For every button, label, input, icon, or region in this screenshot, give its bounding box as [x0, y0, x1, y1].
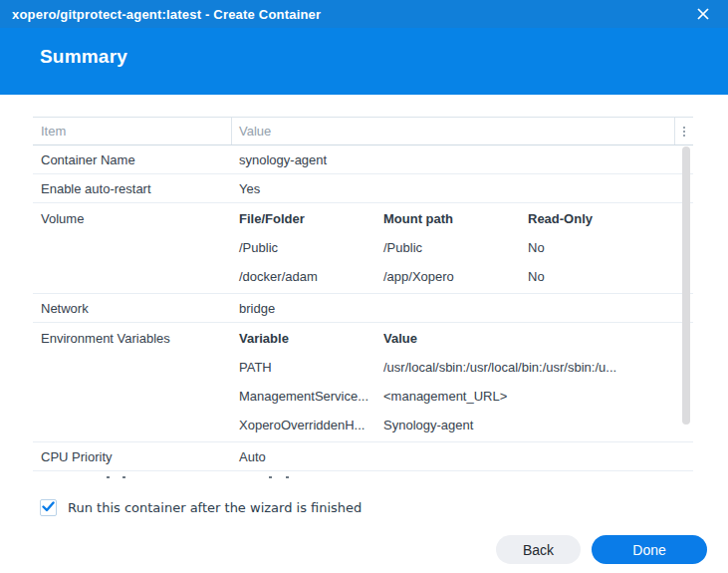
- env-subtable: Variable Value PATH /usr/local/sbin:/usr…: [232, 324, 693, 439]
- summary-table: Item Value Container Name synology-agent…: [33, 117, 693, 483]
- close-icon[interactable]: [694, 5, 712, 23]
- table-row-volume: Volume File/Folder Mount path Read-Only …: [33, 203, 693, 294]
- subcolumn-file-folder: File/Folder: [239, 211, 383, 226]
- row-label: Enable auto-restart: [33, 181, 232, 196]
- volume-subtable-header: File/Folder Mount path Read-Only: [239, 204, 693, 233]
- checkmark-icon: [42, 501, 55, 512]
- page-title: Summary: [40, 46, 728, 68]
- row-value: bridge: [232, 301, 693, 316]
- volume-entry: /Public /Public No: [239, 233, 693, 262]
- row-label: Network: [33, 301, 232, 316]
- run-checkbox-label: Run this container after the wizard is f…: [68, 500, 362, 515]
- table-header-row: Item Value: [33, 117, 693, 145]
- wizard-footer: Back Done: [496, 535, 707, 564]
- table-row-network: Network bridge: [33, 294, 693, 323]
- table-row-container-name: Container Name synology-agent: [33, 145, 693, 174]
- env-entry: ManagementService... <management_URL>: [239, 382, 693, 411]
- row-label: Container Name: [33, 152, 232, 167]
- volume-subtable: File/Folder Mount path Read-Only /Public…: [232, 204, 693, 291]
- table-row-clipped: [33, 471, 693, 483]
- volume-mount: /Public: [383, 240, 528, 255]
- back-button[interactable]: Back: [496, 535, 581, 564]
- dialog-body: Item Value Container Name synology-agent…: [0, 95, 728, 516]
- env-value: Synology-agent: [383, 418, 693, 432]
- done-button[interactable]: Done: [592, 535, 707, 564]
- volume-entry: /docker/adam /app/Xopero No: [239, 262, 693, 291]
- subcolumn-mount-path: Mount path: [383, 211, 528, 226]
- env-value: /usr/local/sbin:/usr/local/bin:/usr/sbin…: [383, 360, 693, 375]
- env-variable: XoperoOverriddenH...: [239, 418, 383, 432]
- table-row-auto-restart: Enable auto-restart Yes: [33, 174, 693, 203]
- volume-mount: /app/Xopero: [383, 269, 528, 284]
- row-value: Auto: [232, 449, 693, 464]
- wizard-header: Summary: [0, 28, 728, 95]
- table-scrollbar[interactable]: [682, 146, 690, 425]
- row-label: Environment Variables: [33, 324, 232, 353]
- volume-file: /Public: [239, 240, 383, 255]
- table-row-cpu-priority: CPU Priority Auto: [33, 442, 693, 471]
- run-checkbox[interactable]: [40, 499, 57, 516]
- row-label: CPU Priority: [33, 449, 232, 464]
- row-value: Yes: [232, 181, 693, 196]
- column-menu-button[interactable]: [674, 118, 693, 144]
- table-row-environment-variables: Environment Variables Variable Value PAT…: [33, 323, 693, 442]
- volume-readonly: No: [528, 240, 693, 255]
- column-header-value: Value: [232, 118, 674, 144]
- volume-file: /docker/adam: [239, 269, 383, 284]
- column-header-item: Item: [33, 118, 232, 144]
- subcolumn-value: Value: [383, 331, 693, 346]
- subcolumn-variable: Variable: [239, 331, 383, 346]
- env-entry: PATH /usr/local/sbin:/usr/local/bin:/usr…: [239, 353, 693, 382]
- dialog-titlebar: xopero/gitprotect-agent:latest - Create …: [0, 0, 728, 28]
- row-value: synology-agent: [232, 152, 693, 167]
- volume-readonly: No: [528, 269, 693, 284]
- env-variable: ManagementService...: [239, 389, 383, 404]
- env-value: <management_URL>: [383, 389, 693, 404]
- run-after-wizard-option: Run this container after the wizard is f…: [40, 499, 693, 516]
- env-entry: XoperoOverriddenH... Synology-agent: [239, 411, 693, 439]
- subcolumn-read-only: Read-Only: [528, 211, 693, 226]
- env-variable: PATH: [239, 360, 383, 375]
- vertical-dots-icon: [683, 127, 685, 137]
- dialog-title: xopero/gitprotect-agent:latest - Create …: [12, 7, 321, 22]
- env-subtable-header: Variable Value: [239, 324, 693, 353]
- row-label: Volume: [33, 204, 232, 233]
